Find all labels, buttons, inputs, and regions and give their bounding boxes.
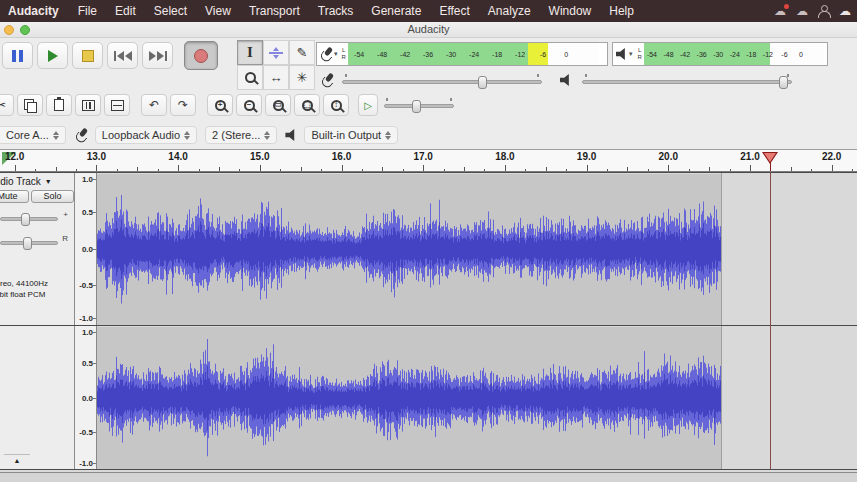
ruler-tick xyxy=(648,169,649,171)
recording-channels-select[interactable]: 2 (Stere... xyxy=(205,126,277,144)
timeline-ruler[interactable]: 12.013.014.015.016.017.018.019.020.021.0… xyxy=(0,150,857,172)
fit-project-button[interactable]: ⬚ xyxy=(294,94,320,116)
menu-item-help[interactable]: Help xyxy=(600,4,643,18)
zoom-out-button[interactable]: − xyxy=(236,94,262,116)
pan-thumb[interactable] xyxy=(23,237,32,250)
menu-item-select[interactable]: Select xyxy=(145,4,196,18)
scale-tick xyxy=(93,432,96,433)
silence-audio-button[interactable] xyxy=(104,94,130,116)
recording-device-select[interactable]: Loopback Audio xyxy=(95,126,197,144)
time-shift-tool[interactable]: ↔ xyxy=(263,65,289,90)
menu-item-view[interactable]: View xyxy=(196,4,240,18)
menu-item-file[interactable]: File xyxy=(69,4,106,18)
scale-label: 1.0 xyxy=(82,175,93,184)
menu-app-name[interactable]: Audacity xyxy=(0,4,69,18)
menu-item-tracks[interactable]: Tracks xyxy=(309,4,363,18)
menu-item-analyze[interactable]: Analyze xyxy=(479,4,540,18)
envelope-icon xyxy=(268,47,284,59)
skip-to-start-button[interactable] xyxy=(107,42,138,69)
menu-item-edit[interactable]: Edit xyxy=(106,4,145,18)
scale-tick xyxy=(93,212,96,213)
copy-button[interactable] xyxy=(17,94,43,116)
scale-label: 0.0 xyxy=(82,393,93,402)
silence-icon xyxy=(111,100,124,111)
vertical-scale-ruler[interactable]: 1.00.50.0-0.5-1.01.00.50.0-0.5-1.0 xyxy=(75,173,97,469)
clip-end-boundary[interactable] xyxy=(721,173,722,469)
menu-items: FileEditSelectViewTransportTracksGenerat… xyxy=(69,4,643,18)
record-button[interactable] xyxy=(184,41,218,70)
mute-button[interactable]: Mute xyxy=(0,190,29,203)
ruler-tick xyxy=(464,167,465,171)
macos-menu-bar: Audacity FileEditSelectViewTransportTrac… xyxy=(0,0,857,22)
pan-slider[interactable] xyxy=(0,241,58,245)
zoom-button[interactable] xyxy=(20,25,30,35)
ruler-tick xyxy=(56,167,57,171)
trim-audio-button[interactable] xyxy=(75,94,101,116)
zoom-tool[interactable] xyxy=(237,65,263,90)
sync-status-icon[interactable]: ☁ xyxy=(774,4,786,18)
play-speed-thumb[interactable] xyxy=(412,100,421,113)
track-name[interactable]: Audio Track xyxy=(0,176,41,187)
play-button[interactable] xyxy=(37,42,68,69)
waveform-display[interactable] xyxy=(97,173,857,469)
waveform-channel-right[interactable] xyxy=(97,327,721,470)
waveform-channel-left[interactable] xyxy=(97,174,721,325)
ruler-time-label: 18.0 xyxy=(495,151,514,162)
meter-scale-label: -48 xyxy=(377,51,387,58)
pencil-icon: ✎ xyxy=(297,45,308,60)
menu-item-window[interactable]: Window xyxy=(540,4,601,18)
user-icon[interactable] xyxy=(818,5,829,17)
collapse-track-button[interactable]: ▲ xyxy=(4,454,30,465)
envelope-tool[interactable] xyxy=(263,40,289,65)
recording-meter[interactable]: ▾ LR -54-48-42-36-30-24-18-12-60 xyxy=(316,42,608,66)
scale-tick xyxy=(93,463,96,464)
notification-icon[interactable]: ☁ xyxy=(796,4,808,18)
playback-volume-thumb[interactable] xyxy=(779,76,788,89)
menu-item-generate[interactable]: Generate xyxy=(362,4,430,18)
undo-button[interactable]: ↶ xyxy=(141,94,167,116)
ibeam-icon: I xyxy=(247,44,253,61)
meter-scale-label: -6 xyxy=(781,51,787,58)
redo-button[interactable]: ↷ xyxy=(170,94,196,116)
meter-scale-label: -18 xyxy=(492,51,502,58)
play-speed-slider[interactable] xyxy=(384,104,454,108)
audio-host-select[interactable]: Core A... xyxy=(0,126,66,144)
device-mic-icon xyxy=(74,127,89,144)
play-at-speed-button[interactable]: ▷ xyxy=(358,94,378,116)
ruler-tick xyxy=(791,167,792,171)
multi-tool[interactable]: ✳ xyxy=(289,65,315,90)
playback-device-select[interactable]: Built-in Output xyxy=(304,126,398,144)
recording-volume-thumb[interactable] xyxy=(478,76,487,89)
paste-button[interactable] xyxy=(46,94,72,116)
gain-slider[interactable] xyxy=(0,217,58,221)
draw-tool[interactable]: ✎ xyxy=(289,40,315,65)
play-at-speed-icon: ▷ xyxy=(364,100,372,111)
track-header[interactable]: Audio Track ▼ xyxy=(0,173,75,189)
skip-to-end-button[interactable] xyxy=(142,42,173,69)
zoom-in-button[interactable]: + xyxy=(207,94,233,116)
track-menu-icon[interactable]: ▼ xyxy=(45,178,52,185)
menu-item-transport[interactable]: Transport xyxy=(240,4,309,18)
scale-label: 1.0 xyxy=(82,327,93,336)
solo-button[interactable]: Solo xyxy=(31,190,74,203)
cut-button[interactable]: ✂ xyxy=(0,94,14,116)
ruler-tick xyxy=(362,169,363,171)
playback-meter[interactable]: ▾ LR -54-48-42-36-30-24-18-12-60 xyxy=(612,42,828,66)
zoom-toggle-button[interactable]: ↕ xyxy=(323,94,349,116)
minimize-button[interactable] xyxy=(4,25,14,35)
pause-button[interactable] xyxy=(2,42,33,69)
ruler-tick xyxy=(587,165,588,171)
meter-scale-label: 0 xyxy=(799,51,803,58)
recording-volume-slider[interactable] xyxy=(342,80,542,84)
ruler-time-label: 16.0 xyxy=(332,151,351,162)
fit-selection-button[interactable]: ▭ xyxy=(265,94,291,116)
menu-item-effect[interactable]: Effect xyxy=(430,4,478,18)
selection-tool[interactable]: I xyxy=(237,40,263,65)
menu-status-icons: ☁ ☁ ☁ xyxy=(774,0,851,22)
scale-tick xyxy=(93,249,96,250)
cloud-upload-icon[interactable]: ☁ xyxy=(839,4,851,18)
stop-button[interactable] xyxy=(72,42,103,69)
gain-thumb[interactable] xyxy=(21,213,30,226)
scale-label: -1.0 xyxy=(79,459,93,468)
playback-volume-slider[interactable] xyxy=(582,80,792,84)
